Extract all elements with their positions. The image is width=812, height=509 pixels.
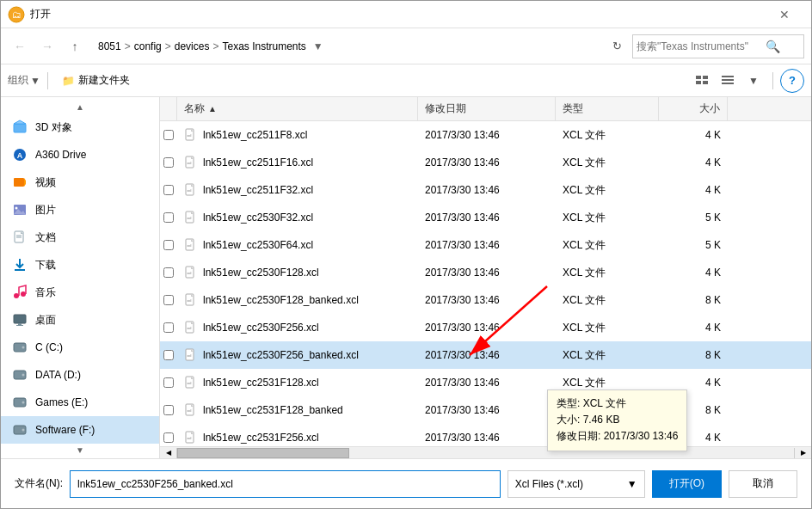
file-checkbox[interactable] — [163, 405, 174, 415]
open-button[interactable]: 打开(O) — [652, 470, 722, 498]
view-list-button[interactable] — [690, 69, 714, 93]
col-header-type[interactable]: 类型 — [556, 97, 659, 120]
col-header-size[interactable]: 大小 — [659, 97, 728, 120]
sidebar-item-a360[interactable]: A A360 Drive — [1, 141, 159, 169]
row-checkbox-spacer — [160, 424, 177, 446]
sidebar-item-desktop[interactable]: 桌面 — [1, 306, 159, 334]
svg-text:xcl: xcl — [188, 436, 192, 440]
view-details-button[interactable] — [716, 69, 740, 93]
file-row[interactable]: xcl lnk51ew_cc2530F256.xcl 2017/3/30 13:… — [160, 314, 811, 341]
filetype-select[interactable]: Xcl Files (*.xcl) ▼ — [508, 470, 645, 498]
sidebar-item-music[interactable]: 音乐 — [1, 279, 159, 306]
file-name: lnk51ew_cc2511F8.xcl — [203, 129, 307, 141]
drive4-icon — [11, 421, 28, 438]
file-checkbox[interactable] — [163, 295, 174, 305]
file-name: lnk51ew_cc2511F32.xcl — [203, 184, 313, 196]
sidebar-scroll-up[interactable]: ▲ — [1, 101, 159, 113]
main-content: ▲ 3D 对象 A A360 Drive 视频 — [1, 97, 811, 458]
sidebar-item-video[interactable]: 视频 — [1, 169, 159, 196]
sidebar-item-image[interactable]: 图片 — [1, 196, 159, 224]
file-row[interactable]: xcl lnk51ew_cc2531F128_banked 2017/3/30 … — [160, 396, 811, 424]
filetype-label: Xcl Files (*.xcl) — [515, 478, 583, 490]
scroll-track[interactable] — [177, 448, 794, 458]
file-checkbox[interactable] — [163, 130, 174, 140]
sidebar-item-label: A360 Drive — [35, 149, 86, 161]
file-row[interactable]: xcl lnk51ew_cc2511F16.xcl 2017/3/30 13:4… — [160, 149, 811, 176]
file-cell-name: xcl lnk51ew_cc2530F64.xcl — [177, 231, 418, 259]
a360-icon: A — [11, 146, 28, 163]
file-icon: xcl — [184, 156, 198, 169]
sidebar-item-3d[interactable]: 3D 对象 — [1, 113, 159, 141]
file-checkbox[interactable] — [163, 240, 174, 250]
col-header-name[interactable]: 名称 ▲ — [177, 97, 418, 120]
file-checkbox[interactable] — [163, 377, 174, 388]
dropdown-arrow-view[interactable]: ▼ — [741, 69, 766, 93]
breadcrumb[interactable]: 8051 > config > devices > Texas Instrume… — [90, 34, 601, 58]
new-folder-button[interactable]: 📁 新建文件夹 — [55, 69, 137, 93]
scroll-left-btn[interactable]: ◀ — [160, 448, 177, 458]
dialog-title: 打开 — [30, 7, 765, 21]
svg-text:xcl: xcl — [188, 271, 192, 275]
file-checkbox[interactable] — [163, 267, 174, 278]
file-row[interactable]: xcl lnk51ew_cc2530F128.xcl 2017/3/30 13:… — [160, 259, 811, 286]
breadcrumb-part: config — [134, 40, 162, 52]
horizontal-scrollbar[interactable]: ◀ ▶ — [160, 446, 811, 458]
file-row[interactable]: xcl lnk51ew_cc2531F256.xcl 2017/3/30 13:… — [160, 424, 811, 446]
sidebar: ▲ 3D 对象 A A360 Drive 视频 — [1, 97, 160, 458]
file-cell-size: 4 K — [659, 176, 728, 204]
doc-icon — [11, 229, 28, 246]
filename-input[interactable] — [70, 470, 501, 498]
back-button[interactable]: ← — [8, 34, 32, 58]
file-cell-date: 2017/3/30 13:46 — [418, 204, 556, 231]
file-header: 名称 ▲ 修改日期 类型 大小 — [160, 97, 811, 121]
search-input[interactable] — [637, 40, 766, 52]
file-checkbox[interactable] — [163, 185, 174, 195]
forward-button[interactable]: → — [35, 34, 59, 58]
file-checkbox[interactable] — [163, 157, 174, 168]
search-box[interactable]: 🔍 — [632, 34, 804, 58]
file-row[interactable]: xcl lnk51ew_cc2531F128.xcl 2017/3/30 13:… — [160, 369, 811, 396]
scroll-thumb[interactable] — [177, 448, 349, 458]
sidebar-item-label: Software (F:) — [35, 424, 95, 436]
breadcrumb-part: Texas Instruments — [222, 40, 305, 52]
sidebar-scroll-down[interactable]: ▼ — [1, 444, 159, 457]
file-row[interactable]: xcl lnk51ew_cc2530F64.xcl 2017/3/30 13:4… — [160, 231, 811, 259]
image-icon — [11, 201, 28, 218]
file-checkbox[interactable] — [163, 212, 174, 223]
file-cell-date: 2017/3/30 13:46 — [418, 149, 556, 176]
close-button[interactable]: ✕ — [765, 1, 804, 28]
svg-text:xcl: xcl — [188, 408, 192, 413]
file-checkbox[interactable] — [163, 322, 174, 333]
file-cell-type: XCL 文件 — [556, 149, 659, 176]
file-cell-name: xcl lnk51ew_cc2530F32.xcl — [177, 204, 418, 231]
svg-point-24 — [21, 291, 26, 297]
file-row[interactable]: xcl lnk51ew_cc2511F32.xcl 2017/3/30 13:4… — [160, 176, 811, 204]
refresh-button[interactable]: ↻ — [605, 34, 629, 58]
file-row[interactable]: xcl lnk51ew_cc2530F256_banked.xcl 2017/3… — [160, 341, 811, 369]
file-row[interactable]: xcl lnk51ew_cc2530F128_banked.xcl 2017/3… — [160, 286, 811, 314]
col-header-date[interactable]: 修改日期 — [418, 97, 556, 120]
sidebar-item-e-drive[interactable]: Games (E:) — [1, 389, 159, 416]
sidebar-item-c-drive[interactable]: C (C:) — [1, 334, 159, 361]
cancel-button[interactable]: 取消 — [729, 470, 797, 498]
sidebar-item-download[interactable]: 下载 — [1, 251, 159, 279]
file-row[interactable]: xcl lnk51ew_cc2530F32.xcl 2017/3/30 13:4… — [160, 204, 811, 231]
svg-rect-13 — [14, 178, 24, 187]
file-row[interactable]: xcl lnk51ew_cc2511F8.xcl 2017/3/30 13:46… — [160, 121, 811, 149]
sidebar-item-doc[interactable]: 文档 — [1, 224, 159, 251]
file-checkbox[interactable] — [163, 432, 174, 443]
scroll-right-btn[interactable]: ▶ — [794, 448, 811, 458]
up-button[interactable]: ↑ — [63, 34, 87, 58]
organize-dropdown[interactable]: 组织 ▼ — [8, 73, 40, 88]
svg-text:xcl: xcl — [188, 188, 192, 193]
row-checkbox-spacer — [160, 369, 177, 396]
dropdown-arrow: ▼ — [30, 75, 40, 87]
file-name: lnk51ew_cc2530F128_banked.xcl — [203, 294, 359, 306]
file-cell-name: xcl lnk51ew_cc2531F128_banked — [177, 396, 418, 424]
file-name: lnk51ew_cc2511F16.xcl — [203, 156, 313, 169]
help-button[interactable]: ? — [780, 69, 804, 93]
file-checkbox[interactable] — [163, 350, 174, 360]
sidebar-item-f-drive[interactable]: Software (F:) — [1, 416, 159, 444]
sidebar-item-d-drive[interactable]: DATA (D:) — [1, 361, 159, 389]
file-icon: xcl — [184, 321, 198, 334]
